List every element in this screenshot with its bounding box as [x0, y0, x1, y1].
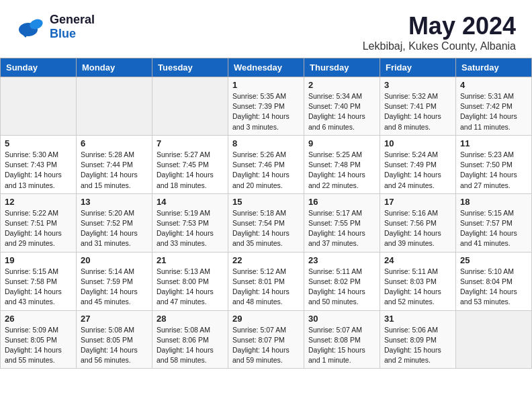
day-info: Sunrise: 5:07 AM Sunset: 8:08 PM Dayligh… — [308, 325, 375, 366]
main-title: May 2024 — [363, 12, 516, 40]
calendar-day-cell: 8Sunrise: 5:26 AM Sunset: 7:46 PM Daylig… — [228, 135, 304, 193]
day-info: Sunrise: 5:06 AM Sunset: 8:09 PM Dayligh… — [384, 325, 451, 366]
day-info: Sunrise: 5:14 AM Sunset: 7:59 PM Dayligh… — [81, 267, 148, 308]
calendar-day-cell: 5Sunrise: 5:30 AM Sunset: 7:43 PM Daylig… — [1, 135, 77, 193]
weekday-header: Friday — [380, 58, 456, 77]
day-info: Sunrise: 5:08 AM Sunset: 8:05 PM Dayligh… — [81, 325, 148, 366]
calendar-day-cell: 12Sunrise: 5:22 AM Sunset: 7:51 PM Dayli… — [1, 193, 77, 252]
day-number: 16 — [308, 197, 375, 207]
calendar-day-cell: 29Sunrise: 5:07 AM Sunset: 8:07 PM Dayli… — [228, 310, 304, 369]
calendar-day-cell: 24Sunrise: 5:11 AM Sunset: 8:03 PM Dayli… — [380, 252, 456, 310]
day-number: 9 — [308, 138, 375, 148]
day-info: Sunrise: 5:16 AM Sunset: 7:56 PM Dayligh… — [384, 208, 451, 249]
day-number: 14 — [157, 197, 224, 207]
calendar-day-cell: 7Sunrise: 5:27 AM Sunset: 7:45 PM Daylig… — [152, 135, 228, 193]
weekday-header: Tuesday — [152, 58, 228, 77]
logo-blue: Blue — [50, 27, 95, 41]
calendar-day-cell: 18Sunrise: 5:15 AM Sunset: 7:57 PM Dayli… — [456, 193, 532, 252]
subtitle: Lekbibaj, Kukes County, Albania — [363, 40, 516, 52]
day-number: 30 — [308, 314, 375, 324]
day-number: 13 — [81, 197, 148, 207]
day-number: 4 — [460, 80, 527, 90]
day-info: Sunrise: 5:23 AM Sunset: 7:50 PM Dayligh… — [460, 150, 527, 191]
calendar-week-row: 19Sunrise: 5:15 AM Sunset: 7:58 PM Dayli… — [1, 252, 532, 310]
day-info: Sunrise: 5:26 AM Sunset: 7:46 PM Dayligh… — [232, 150, 300, 191]
calendar-day-cell: 11Sunrise: 5:23 AM Sunset: 7:50 PM Dayli… — [456, 135, 532, 193]
day-number: 8 — [232, 138, 300, 148]
calendar-day-cell: 23Sunrise: 5:11 AM Sunset: 8:02 PM Dayli… — [304, 252, 380, 310]
day-number: 29 — [232, 314, 300, 324]
day-number: 5 — [5, 138, 72, 148]
calendar-day-cell: 27Sunrise: 5:08 AM Sunset: 8:05 PM Dayli… — [77, 310, 152, 369]
logo-text: General Blue — [50, 13, 95, 41]
day-info: Sunrise: 5:25 AM Sunset: 7:48 PM Dayligh… — [308, 150, 375, 191]
day-info: Sunrise: 5:31 AM Sunset: 7:42 PM Dayligh… — [460, 91, 527, 132]
calendar-day-cell — [152, 77, 228, 136]
day-number: 7 — [157, 138, 224, 148]
day-number: 11 — [460, 138, 527, 148]
day-info: Sunrise: 5:19 AM Sunset: 7:53 PM Dayligh… — [157, 208, 224, 249]
calendar-day-cell: 20Sunrise: 5:14 AM Sunset: 7:59 PM Dayli… — [77, 252, 152, 310]
day-info: Sunrise: 5:11 AM Sunset: 8:02 PM Dayligh… — [308, 267, 375, 308]
calendar-week-row: 5Sunrise: 5:30 AM Sunset: 7:43 PM Daylig… — [1, 135, 532, 193]
calendar-day-cell: 14Sunrise: 5:19 AM Sunset: 7:53 PM Dayli… — [152, 193, 228, 252]
calendar-day-cell: 6Sunrise: 5:28 AM Sunset: 7:44 PM Daylig… — [77, 135, 152, 193]
day-number: 10 — [384, 138, 451, 148]
day-number: 28 — [157, 314, 224, 324]
weekday-header: Monday — [77, 58, 152, 77]
calendar-day-cell: 9Sunrise: 5:25 AM Sunset: 7:48 PM Daylig… — [304, 135, 380, 193]
calendar-day-cell: 15Sunrise: 5:18 AM Sunset: 7:54 PM Dayli… — [228, 193, 304, 252]
day-info: Sunrise: 5:34 AM Sunset: 7:40 PM Dayligh… — [308, 91, 375, 132]
day-number: 15 — [232, 197, 300, 207]
calendar-day-cell: 1Sunrise: 5:35 AM Sunset: 7:39 PM Daylig… — [228, 77, 304, 136]
day-info: Sunrise: 5:30 AM Sunset: 7:43 PM Dayligh… — [5, 150, 72, 191]
day-info: Sunrise: 5:08 AM Sunset: 8:06 PM Dayligh… — [157, 325, 224, 366]
calendar-table: SundayMondayTuesdayWednesdayThursdayFrid… — [0, 58, 532, 369]
calendar-day-cell: 21Sunrise: 5:13 AM Sunset: 8:00 PM Dayli… — [152, 252, 228, 310]
day-info: Sunrise: 5:32 AM Sunset: 7:41 PM Dayligh… — [384, 91, 451, 132]
day-number: 23 — [308, 255, 375, 265]
day-number: 21 — [157, 255, 224, 265]
day-info: Sunrise: 5:11 AM Sunset: 8:03 PM Dayligh… — [384, 267, 451, 308]
day-info: Sunrise: 5:22 AM Sunset: 7:51 PM Dayligh… — [5, 208, 72, 249]
day-info: Sunrise: 5:24 AM Sunset: 7:49 PM Dayligh… — [384, 150, 451, 191]
weekday-header: Sunday — [1, 58, 77, 77]
calendar-week-row: 1Sunrise: 5:35 AM Sunset: 7:39 PM Daylig… — [1, 77, 532, 136]
calendar-day-cell: 4Sunrise: 5:31 AM Sunset: 7:42 PM Daylig… — [456, 77, 532, 136]
calendar-day-cell — [77, 77, 152, 136]
day-info: Sunrise: 5:10 AM Sunset: 8:04 PM Dayligh… — [460, 267, 527, 308]
day-number: 12 — [5, 197, 72, 207]
day-number: 1 — [232, 80, 300, 90]
calendar-day-cell: 17Sunrise: 5:16 AM Sunset: 7:56 PM Dayli… — [380, 193, 456, 252]
day-number: 27 — [81, 314, 148, 324]
day-info: Sunrise: 5:17 AM Sunset: 7:55 PM Dayligh… — [308, 208, 375, 249]
title-block: May 2024 Lekbibaj, Kukes County, Albania — [363, 12, 516, 52]
day-number: 31 — [384, 314, 451, 324]
day-number: 3 — [384, 80, 451, 90]
calendar-day-cell: 2Sunrise: 5:34 AM Sunset: 7:40 PM Daylig… — [304, 77, 380, 136]
day-info: Sunrise: 5:18 AM Sunset: 7:54 PM Dayligh… — [232, 208, 300, 249]
calendar-day-cell — [1, 77, 77, 136]
calendar-day-cell: 26Sunrise: 5:09 AM Sunset: 8:05 PM Dayli… — [1, 310, 77, 369]
day-number: 18 — [460, 197, 527, 207]
weekday-header-row: SundayMondayTuesdayWednesdayThursdayFrid… — [1, 58, 532, 77]
day-number: 17 — [384, 197, 451, 207]
day-info: Sunrise: 5:07 AM Sunset: 8:07 PM Dayligh… — [232, 325, 300, 366]
calendar-day-cell — [456, 310, 532, 369]
day-info: Sunrise: 5:27 AM Sunset: 7:45 PM Dayligh… — [157, 150, 224, 191]
calendar-day-cell: 31Sunrise: 5:06 AM Sunset: 8:09 PM Dayli… — [380, 310, 456, 369]
calendar-day-cell: 19Sunrise: 5:15 AM Sunset: 7:58 PM Dayli… — [1, 252, 77, 310]
header: General Blue May 2024 Lekbibaj, Kukes Co… — [0, 0, 532, 58]
day-info: Sunrise: 5:35 AM Sunset: 7:39 PM Dayligh… — [232, 91, 300, 132]
day-info: Sunrise: 5:09 AM Sunset: 8:05 PM Dayligh… — [5, 325, 72, 366]
day-number: 6 — [81, 138, 148, 148]
calendar-day-cell: 25Sunrise: 5:10 AM Sunset: 8:04 PM Dayli… — [456, 252, 532, 310]
calendar-day-cell: 13Sunrise: 5:20 AM Sunset: 7:52 PM Dayli… — [77, 193, 152, 252]
logo-general: General — [50, 13, 95, 27]
calendar-day-cell: 3Sunrise: 5:32 AM Sunset: 7:41 PM Daylig… — [380, 77, 456, 136]
weekday-header: Wednesday — [228, 58, 304, 77]
day-info: Sunrise: 5:15 AM Sunset: 7:57 PM Dayligh… — [460, 208, 527, 249]
day-info: Sunrise: 5:20 AM Sunset: 7:52 PM Dayligh… — [81, 208, 148, 249]
weekday-header: Saturday — [456, 58, 532, 77]
day-number: 19 — [5, 255, 72, 265]
